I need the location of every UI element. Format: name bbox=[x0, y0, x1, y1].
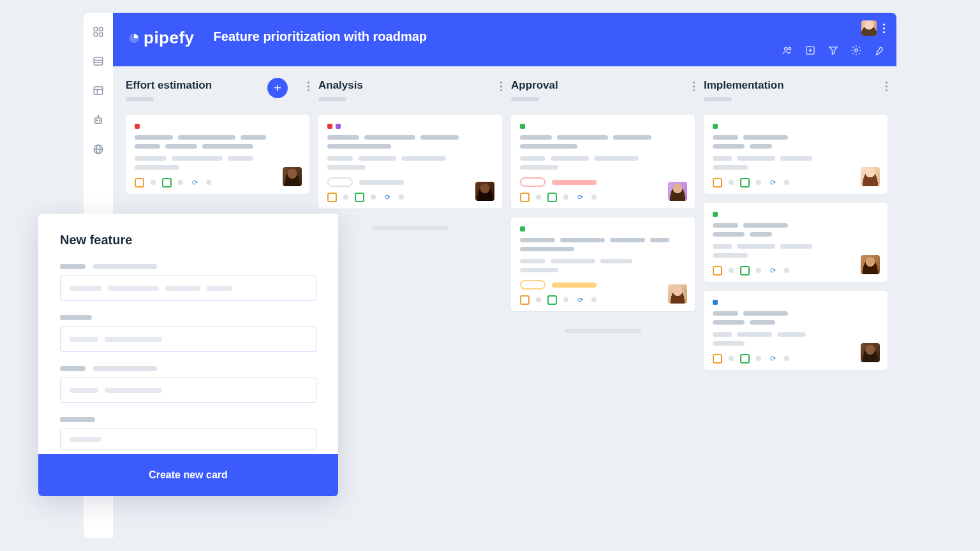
column-count-placeholder bbox=[704, 97, 732, 101]
form-input[interactable] bbox=[60, 378, 316, 403]
filter-icon[interactable] bbox=[828, 45, 839, 56]
export-icon bbox=[547, 295, 557, 305]
tag-purple bbox=[336, 124, 341, 129]
scroll-hint bbox=[372, 226, 449, 230]
import-icon[interactable] bbox=[805, 45, 816, 56]
status-pill bbox=[520, 177, 546, 187]
column-analysis: Analysis bbox=[318, 79, 502, 538]
assignee-avatar[interactable] bbox=[283, 167, 302, 186]
toolbar-icons bbox=[782, 45, 885, 56]
wrench-icon[interactable] bbox=[873, 45, 885, 56]
user-avatar[interactable] bbox=[861, 20, 877, 36]
svg-point-14 bbox=[98, 115, 99, 117]
apps-icon[interactable] bbox=[92, 26, 105, 38]
card[interactable] bbox=[704, 291, 887, 370]
card[interactable] bbox=[704, 203, 887, 282]
svg-rect-0 bbox=[94, 27, 97, 31]
card[interactable] bbox=[318, 115, 502, 209]
export-icon bbox=[547, 193, 557, 202]
tag-green bbox=[520, 124, 525, 129]
assignee-avatar[interactable] bbox=[668, 182, 687, 201]
column-menu-icon[interactable] bbox=[308, 82, 309, 91]
sync-icon bbox=[575, 192, 585, 202]
tag-blue bbox=[713, 300, 718, 305]
assignee-avatar[interactable] bbox=[861, 167, 880, 186]
card[interactable] bbox=[704, 115, 887, 194]
sync-icon bbox=[768, 353, 778, 364]
sync-icon bbox=[189, 177, 200, 187]
column-menu-icon[interactable] bbox=[693, 82, 695, 91]
export-icon bbox=[162, 178, 172, 187]
sync-icon bbox=[768, 177, 778, 187]
column-menu-icon[interactable] bbox=[886, 82, 887, 91]
svg-point-11 bbox=[96, 120, 98, 121]
column-approval: Approval bbox=[511, 79, 695, 538]
list-icon[interactable] bbox=[92, 55, 105, 68]
form-input[interactable] bbox=[60, 327, 316, 352]
column-title: Implementation bbox=[704, 79, 784, 92]
modal-title: New feature bbox=[60, 233, 316, 247]
brand-logo: pipefy bbox=[128, 28, 195, 48]
header-right bbox=[782, 20, 885, 56]
card[interactable] bbox=[511, 217, 695, 311]
column-count-placeholder bbox=[511, 97, 539, 101]
tag-red bbox=[327, 124, 332, 129]
status-pill bbox=[327, 177, 353, 187]
clock-icon bbox=[135, 178, 144, 187]
column-count-placeholder bbox=[318, 97, 346, 101]
column-menu-icon[interactable] bbox=[500, 82, 502, 91]
sync-icon bbox=[768, 265, 778, 276]
export-icon bbox=[740, 266, 750, 276]
page-title: Feature prioritization with roadmap bbox=[214, 29, 427, 44]
sync-icon bbox=[575, 295, 585, 305]
clock-icon bbox=[713, 178, 722, 187]
svg-point-22 bbox=[855, 49, 858, 52]
header-menu-icon[interactable] bbox=[883, 24, 885, 33]
export-icon bbox=[740, 178, 750, 187]
column-count-placeholder bbox=[126, 97, 154, 101]
tag-green bbox=[713, 124, 718, 129]
assignee-avatar[interactable] bbox=[475, 182, 494, 201]
svg-point-20 bbox=[789, 47, 791, 50]
card[interactable] bbox=[126, 115, 309, 194]
globe-icon[interactable] bbox=[92, 143, 105, 156]
status-label bbox=[359, 180, 404, 185]
clock-icon bbox=[713, 266, 722, 276]
clock-icon bbox=[520, 295, 530, 305]
add-card-button[interactable]: + bbox=[267, 78, 288, 98]
bot-icon[interactable] bbox=[92, 114, 105, 126]
assignee-avatar[interactable] bbox=[861, 343, 880, 362]
column-title: Analysis bbox=[318, 79, 363, 92]
svg-rect-3 bbox=[100, 33, 103, 36]
clock-icon bbox=[713, 354, 722, 364]
tag-green bbox=[713, 212, 718, 217]
layout-icon[interactable] bbox=[92, 84, 105, 97]
new-feature-modal: New feature Create new card bbox=[38, 214, 338, 496]
brand-text: pipefy bbox=[144, 28, 195, 48]
svg-rect-2 bbox=[94, 33, 97, 36]
assignee-avatar[interactable] bbox=[861, 255, 880, 274]
export-icon bbox=[355, 193, 364, 202]
svg-rect-7 bbox=[94, 87, 103, 94]
create-card-button[interactable]: Create new card bbox=[38, 454, 338, 496]
tag-green bbox=[520, 226, 525, 231]
svg-rect-1 bbox=[100, 27, 103, 31]
card[interactable] bbox=[511, 115, 695, 209]
assignee-avatar[interactable] bbox=[668, 284, 687, 304]
svg-point-12 bbox=[100, 120, 101, 121]
column-title: Approval bbox=[511, 79, 558, 92]
export-icon bbox=[740, 354, 750, 364]
form-input[interactable] bbox=[60, 429, 316, 450]
sync-icon bbox=[382, 192, 392, 202]
form-input[interactable] bbox=[60, 276, 316, 301]
clock-icon bbox=[327, 193, 337, 202]
status-label bbox=[552, 180, 597, 185]
svg-point-19 bbox=[785, 48, 788, 51]
column-implementation: Implementation bbox=[704, 79, 887, 538]
column-title: Effort estimation bbox=[126, 79, 212, 92]
settings-icon[interactable] bbox=[850, 45, 862, 56]
tag-red bbox=[135, 124, 140, 129]
status-pill bbox=[520, 280, 546, 290]
team-icon[interactable] bbox=[782, 45, 793, 56]
clock-icon bbox=[520, 193, 530, 202]
